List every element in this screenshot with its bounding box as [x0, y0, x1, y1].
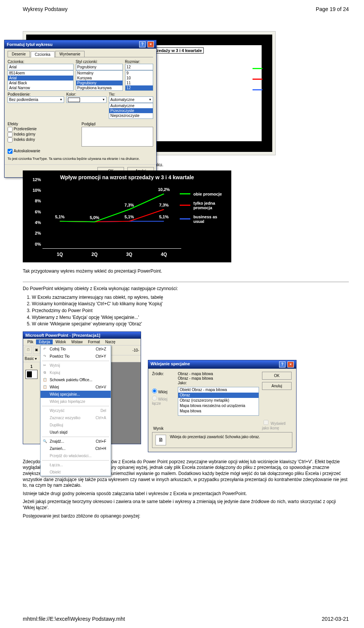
chk-strikethrough-label: Przekreślenie [14, 127, 37, 131]
list-item: Wybieramy z Menu 'Edycja' opcję 'Wklej s… [32, 314, 349, 321]
toolbar-button[interactable]: □ [25, 347, 32, 354]
menu-widok[interactable]: Widok [53, 339, 69, 344]
mi-paste-hyperlink: Wklej jako hiperłącze [41, 398, 111, 405]
effects-label: Efekty [8, 122, 79, 126]
edit-menu-dropdown: ↶Cofnij TłoCtrl+Z ↷Powtórz TłoCtrl+Y ✂Wy… [40, 345, 111, 476]
pp-window-title: Microsoft PowerPoint - [Prezentacja1] [23, 332, 141, 339]
mi-duplicate: Duplikuj [41, 421, 111, 429]
color-label: Kolor: [66, 92, 107, 96]
mi-copy: ⧉Kopiuj [41, 369, 111, 376]
pp-slide-panel[interactable]: 1 [23, 362, 40, 444]
background-select[interactable]: Automatyczne▼ [109, 96, 153, 103]
help-icon[interactable]: ? [139, 41, 146, 47]
background-list[interactable]: Automatyczne Przezroczyste Nieprzezroczy… [109, 103, 153, 119]
document-icon: 🗎 [155, 435, 166, 445]
footer-path: mhtml:file://E:\excel\Wykresy Podstawy.m… [23, 616, 125, 622]
chart-y-axis: 0% 2% 4% 6% 8% 10% 12% [27, 184, 42, 249]
steps-list: W Excelu zaznaczamy interesujący nas obi… [23, 294, 349, 328]
data-label: 5,1% [159, 215, 169, 219]
paragraph-paste-link-advice: Jeżeli jakąś prezentację tworzymy okreso… [23, 499, 349, 511]
size-list[interactable]: 9 10 11 12 [125, 70, 153, 91]
mi-replace[interactable]: Zamień...Ctrl+H [41, 445, 111, 452]
preview-box [82, 127, 153, 147]
data-label: 5,1% [124, 215, 134, 219]
powerpoint-window: Microsoft PowerPoint - [Prezentacja1] Pl… [23, 331, 141, 444]
mi-delete-slide[interactable]: Usuń slajd [41, 429, 111, 436]
ps-ok-button[interactable]: OK [262, 372, 292, 380]
tab-wyrownanie[interactable]: Wyrównanie [55, 51, 85, 57]
close-icon[interactable]: × [287, 361, 294, 368]
screenshot-format-dialog: Wpływ promocji na wzrost sprzedaży w 3 i… [23, 31, 276, 155]
paragraph-followup: Postępowanie jest bardzo zbliżone do opi… [23, 513, 349, 519]
dialog-title: Formatuj tytuł wykresu [7, 42, 52, 47]
chk-show-as-icon: Wyświetl jako ikonę [262, 421, 286, 430]
preview-label: Podgląd [82, 122, 153, 126]
zoom-indicator[interactable]: -10- [132, 348, 139, 352]
data-label: 10,2% [158, 187, 170, 192]
size-input[interactable]: 12 [125, 64, 153, 70]
page-title: Wykresy Podstawy [23, 6, 67, 12]
menu-narzedzia[interactable]: Narzę [103, 339, 118, 344]
list-item: W Excelu zaznaczamy interesujący nas obi… [32, 294, 349, 301]
ps-format-list[interactable]: Obiekt Obraz - mapa bitowa Obraz Obraz (… [178, 387, 259, 416]
chk-autoscale[interactable] [8, 149, 13, 154]
mi-office-clipboard[interactable]: 📋Schowek pakietu Office... [41, 376, 111, 383]
style-input[interactable]: Pogrubiony [76, 64, 123, 70]
paragraph-steps-intro: Do PowerPoint wklejamy obiekty z Excela … [23, 286, 349, 292]
tab-czcionka[interactable]: Czcionka [31, 51, 55, 57]
ps-source-label: Źródło: [152, 372, 175, 385]
style-list[interactable]: Normalny Kursywa Pogrubiony Pogrubiona k… [76, 70, 123, 91]
tab-desenie[interactable]: Desenie [8, 51, 30, 57]
chart-legend: obie promocje tylko jedna promocja busin… [180, 187, 228, 228]
slide-number: 1 [24, 364, 39, 369]
style-label: Styl czcionki: [76, 60, 123, 64]
mi-links: Łącza... [41, 461, 111, 469]
chart-title: Wpływ promocji na wzrost sprzedaży w 3 i… [27, 174, 227, 180]
data-label: 7,3% [159, 203, 169, 207]
menu-edycja[interactable]: Edycja [36, 339, 53, 344]
mi-object: Obiekt [41, 469, 111, 476]
slide-thumbnail[interactable] [25, 370, 38, 379]
basic-label: Basic [25, 357, 34, 361]
chart-final: Wpływ promocji na wzrost sprzedaży w 3 i… [23, 170, 231, 262]
toolbar-button[interactable]: ▣ [33, 347, 40, 354]
menu-wstaw[interactable]: Wstaw [69, 339, 85, 344]
mi-undo[interactable]: ↶Cofnij TłoCtrl+Z [41, 346, 111, 353]
mi-paste[interactable]: 📋WklejCtrl+V [41, 383, 111, 391]
menu-plik[interactable]: Plik [25, 339, 36, 344]
underline-label: Podkreślenie: [8, 92, 64, 96]
mi-paste-special[interactable]: Wklej specjalnie... [41, 391, 111, 398]
mi-goto-property: Przejdź do właściwości... [41, 452, 111, 459]
menu-format[interactable]: Format [85, 339, 103, 344]
chk-strikethrough[interactable] [8, 127, 13, 132]
list-item: W oknie 'Wklejanie specjalne' wybieramy … [32, 321, 349, 328]
color-select[interactable]: ▼ [66, 96, 107, 103]
ps-dialog-title: Wklejanie specjalne [151, 361, 190, 368]
ps-cancel-button[interactable]: Anuluj [262, 382, 292, 390]
chk-subscript[interactable] [8, 137, 13, 142]
ps-result-text: Wkleja do prezentacji zawartość Schowka … [170, 435, 260, 439]
chk-autoscale-label: Autoskalowanie [14, 149, 40, 153]
font-label: Czcionka: [8, 60, 74, 64]
chk-subscript-label: Indeks dolny [14, 137, 35, 142]
chk-superscript[interactable] [8, 132, 13, 137]
font-input[interactable]: Arial [8, 64, 74, 70]
mi-clear: WyczyśćDel [41, 407, 111, 414]
background-label: Tło: [109, 92, 153, 96]
help-icon[interactable]: ? [279, 361, 286, 368]
underline-select[interactable]: Bez podkreślenia▼ [8, 96, 64, 103]
paste-special-dialog: Wklejanie specjalne ? × Źródło: Obraz - … [148, 360, 297, 452]
mi-cut: ✂Wytnij [41, 362, 111, 369]
mi-find[interactable]: 🔍Znajdź...Ctrl+F [41, 438, 111, 445]
font-list[interactable]: 8514oem Arial Arial Black Arial Narrow [8, 70, 74, 91]
list-item: Wciskamy kombinację klawiszy 'Ctrl+C' lu… [32, 301, 349, 308]
size-label: Rozmiar: [125, 60, 153, 64]
mi-redo[interactable]: ↷Powtórz TłoCtrl+Y [41, 353, 111, 360]
paragraph-paste-powerpoint: Tak przygotowany wykres możemy wkleić do… [23, 268, 349, 275]
data-label: 5,0% [90, 215, 99, 220]
close-icon[interactable]: × [147, 41, 154, 47]
section-divider [23, 282, 349, 282]
mi-select-all: Zaznacz wszystkoCtrl+A [41, 414, 111, 421]
radio-wklej[interactable]: Wklej [152, 388, 175, 394]
dialog-note: To jest czcionka TrueType. Ta sama czcio… [8, 157, 153, 161]
